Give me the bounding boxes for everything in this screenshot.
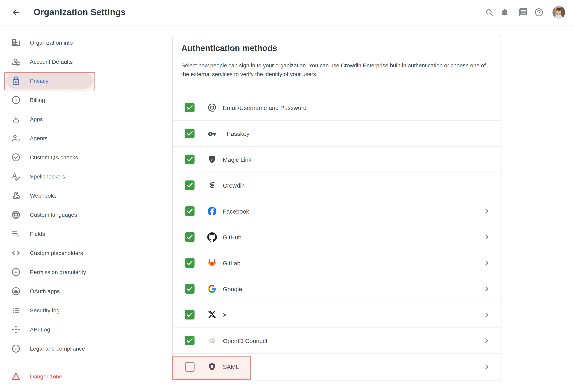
sidebar-item-custom-placeholders[interactable]: Custom placeholders (0, 243, 172, 263)
sidebar-item-label: Account Defaults (30, 59, 73, 65)
sidebar-item-custom-qa-checks[interactable]: Custom QA checks (0, 148, 172, 167)
user-avatar[interactable] (553, 6, 565, 19)
user-gear-icon (11, 57, 21, 67)
settings-sidebar: Organization info Account Defaults Priva… (0, 33, 172, 386)
dollar-circle-icon (11, 95, 21, 105)
sidebar-item-label: API Log (30, 326, 50, 333)
sidebar-item-apps[interactable]: Apps (0, 110, 172, 129)
warning-triangle-icon (11, 372, 21, 381)
sidebar-item-label: Organization info (30, 39, 73, 46)
sidebar-item-billing[interactable]: Billing (0, 90, 172, 110)
crowdin-logo-icon (207, 180, 217, 190)
sidebar-item-organization-info[interactable]: Organization info (0, 33, 172, 52)
chevron-right-icon[interactable] (482, 258, 492, 268)
auth-method-row-passkey: Passkey (173, 121, 501, 147)
chevron-right-icon[interactable] (482, 362, 492, 372)
sidebar-item-oauth-apps[interactable]: OAuth apps (0, 282, 172, 301)
checkbox-checked[interactable] (185, 232, 195, 242)
user-cube-icon (11, 134, 21, 143)
checkbox-checked[interactable] (185, 103, 195, 112)
google-logo-icon (207, 284, 217, 294)
sidebar-item-label: Agents (30, 135, 47, 141)
sidebar-item-label: Legal and compliance (30, 345, 85, 352)
sidebar-item-agents[interactable]: Agents (0, 129, 172, 148)
auth-method-label: Passkey (227, 130, 249, 137)
sidebar-item-label: Billing (30, 97, 45, 103)
sidebar-item-fields[interactable]: Fields (0, 224, 172, 243)
authentication-methods-card: Authentication methods Select how people… (172, 35, 501, 380)
sidebar-item-permission-granularity[interactable]: Permission granularity (0, 263, 172, 282)
auth-method-label: Google (223, 285, 242, 292)
shield-lock-icon (207, 362, 217, 372)
messages-button[interactable] (519, 8, 528, 17)
auth-method-row-crowdin: Crowdin (173, 173, 501, 198)
auth-method-row-x: X (173, 302, 501, 328)
help-icon (534, 8, 544, 17)
search-icon (485, 8, 494, 17)
sidebar-item-label: Permission granularity (30, 269, 86, 275)
sidebar-item-spellcheckers[interactable]: Spellcheckers (0, 167, 172, 186)
sidebar-item-label: Webhooks (30, 192, 56, 199)
shield-link-icon (207, 155, 217, 164)
sidebar-item-privacy[interactable]: Privacy (0, 71, 172, 90)
back-button[interactable] (11, 8, 21, 17)
list-plus-icon (11, 229, 21, 239)
chevron-right-icon[interactable] (482, 284, 492, 294)
auth-method-label: GitHub (223, 234, 241, 240)
sidebar-item-security-log[interactable]: Security log (0, 301, 172, 320)
chevron-right-icon[interactable] (482, 336, 492, 345)
arrow-left-icon (11, 8, 21, 17)
auth-method-label: GitLab (223, 259, 240, 266)
messages-chat-icon (519, 8, 528, 17)
auth-method-row-google: Google (173, 276, 501, 302)
github-logo-icon (207, 232, 217, 242)
auth-method-row-saml: SAML (173, 354, 501, 380)
sidebar-item-label: Custom placeholders (30, 250, 83, 256)
sidebar-item-api-log[interactable]: API Log (0, 320, 172, 339)
chevron-right-icon[interactable] (482, 232, 492, 242)
checkbox-checked[interactable] (185, 336, 195, 345)
auth-method-row-facebook: Facebook (173, 198, 501, 224)
checkbox-unchecked[interactable] (185, 362, 195, 372)
code-brackets-icon (11, 248, 21, 258)
auth-method-row-gitlab: GitLab (173, 250, 501, 276)
search-button[interactable] (485, 8, 494, 17)
organization-settings-page: Organization Settings (0, 0, 574, 392)
building-icon (11, 38, 21, 47)
sidebar-item-webhooks[interactable]: Webhooks (0, 186, 172, 205)
sidebar-item-custom-languages[interactable]: Custom languages (0, 205, 172, 224)
sidebar-item-account-defaults[interactable]: Account Defaults (0, 52, 172, 71)
spellcheck-icon (11, 172, 21, 181)
auth-method-label: X (223, 311, 227, 318)
sidebar-item-label: Fields (30, 231, 45, 237)
sidebar-item-danger-zone[interactable]: Danger zone (0, 367, 172, 386)
sidebar-item-label: Custom QA checks (30, 154, 78, 160)
help-button[interactable] (534, 8, 544, 17)
gitlab-logo-icon (207, 258, 217, 268)
sidebar-item-label: Danger zone (30, 373, 62, 380)
chevron-right-icon[interactable] (482, 310, 492, 319)
checkbox-checked[interactable] (185, 155, 195, 164)
checkbox-checked[interactable] (185, 258, 195, 268)
checkbox-checked[interactable] (185, 284, 195, 294)
card-title: Authentication methods (181, 43, 492, 53)
at-sign-icon (207, 103, 217, 112)
auth-method-row-openid-connect: OpenID Connect (173, 328, 501, 354)
key-icon (207, 129, 217, 138)
sidebar-item-label: Spellcheckers (30, 173, 65, 180)
checkbox-checked[interactable] (185, 310, 195, 319)
bulleted-list-icon (11, 306, 21, 315)
checkbox-checked[interactable] (185, 206, 195, 216)
auth-method-label: Facebook (223, 208, 249, 215)
info-circle-icon (11, 344, 21, 353)
sidebar-item-legal-and-compliance[interactable]: Legal and compliance (0, 339, 172, 358)
download-icon (11, 114, 21, 124)
notifications-button[interactable] (500, 8, 510, 17)
sidebar-item-label: Custom languages (30, 212, 77, 218)
checkbox-checked[interactable] (185, 129, 195, 138)
sidebar-item-label: Apps (30, 116, 43, 122)
auth-method-row-email: Email/Username and Password (173, 95, 501, 121)
checkbox-checked[interactable] (185, 180, 195, 190)
auth-method-label: SAML (223, 363, 239, 370)
chevron-right-icon[interactable] (482, 206, 492, 216)
